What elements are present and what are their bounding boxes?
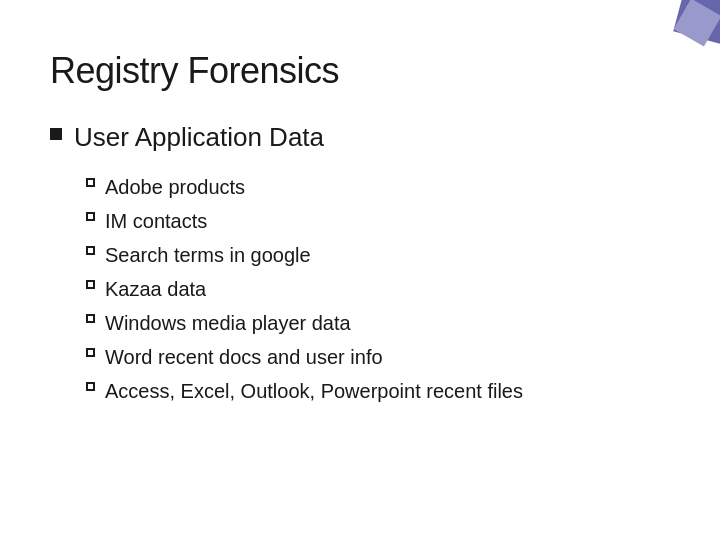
sub-bullet-text: Windows media player data — [105, 309, 351, 337]
sub-bullet-icon — [86, 246, 95, 255]
sub-bullet-icon — [86, 348, 95, 357]
sub-bullet-text: Access, Excel, Outlook, Powerpoint recen… — [105, 377, 523, 405]
main-bullet: User Application Data — [50, 122, 670, 153]
list-item: Word recent docs and user info — [86, 343, 670, 371]
sub-bullet-icon — [86, 280, 95, 289]
sub-bullet-icon — [86, 212, 95, 221]
sub-bullet-text: IM contacts — [105, 207, 207, 235]
list-item: Adobe products — [86, 173, 670, 201]
main-bullet-text: User Application Data — [74, 122, 324, 153]
slide: Registry Forensics User Application Data… — [0, 0, 720, 540]
main-bullet-icon — [50, 128, 62, 140]
list-item: IM contacts — [86, 207, 670, 235]
sub-bullet-text: Search terms in google — [105, 241, 311, 269]
corner-decoration — [640, 0, 720, 80]
sub-bullet-icon — [86, 178, 95, 187]
list-item: Windows media player data — [86, 309, 670, 337]
sub-bullet-text: Kazaa data — [105, 275, 206, 303]
sub-bullet-text: Word recent docs and user info — [105, 343, 383, 371]
sub-bullet-icon — [86, 314, 95, 323]
sub-bullets-list: Adobe products IM contacts Search terms … — [86, 173, 670, 405]
slide-title: Registry Forensics — [50, 50, 670, 92]
list-item: Access, Excel, Outlook, Powerpoint recen… — [86, 377, 670, 405]
sub-bullet-icon — [86, 382, 95, 391]
list-item: Search terms in google — [86, 241, 670, 269]
sub-bullet-text: Adobe products — [105, 173, 245, 201]
list-item: Kazaa data — [86, 275, 670, 303]
